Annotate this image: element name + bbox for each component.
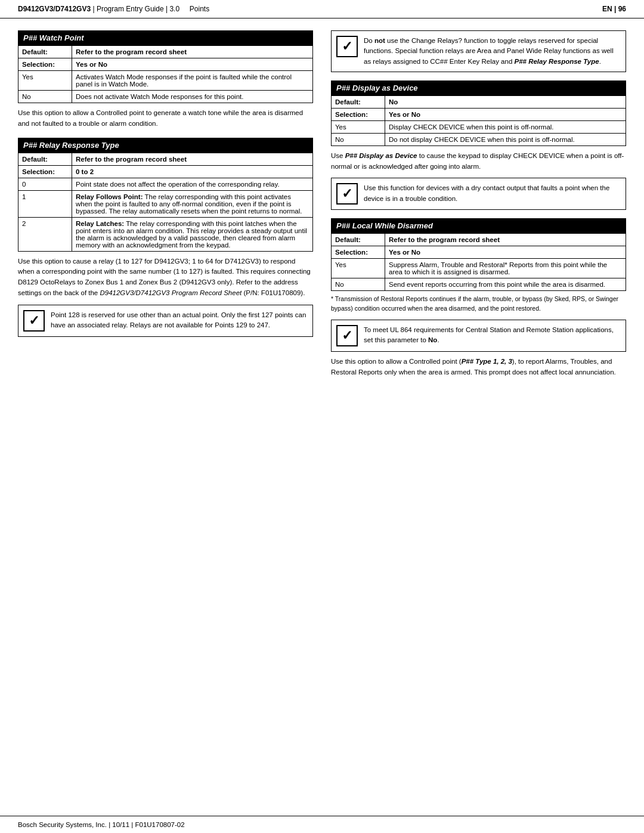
intro-note-box: Do not use the Change Relays? function t… bbox=[331, 30, 626, 72]
rr-default-label: Default: bbox=[18, 153, 72, 165]
ld-row-key-no: No bbox=[332, 278, 385, 291]
page-footer: Bosch Security Systems, Inc. | 10/11 | F… bbox=[0, 816, 644, 833]
page-header: D9412GV3/D7412GV3 | Program Entry Guide … bbox=[0, 0, 644, 18]
table-row: Yes Display CHECK DEVICE when this point… bbox=[332, 120, 626, 133]
header-model: D9412GV3/D7412GV3 bbox=[18, 5, 91, 13]
local-disarmed-note-icon bbox=[336, 325, 358, 346]
watch-point-title: P## Watch Point bbox=[18, 30, 313, 45]
dd-selection-value: Yes or No bbox=[385, 108, 626, 120]
watch-point-body: Use this option to allow a Controlled po… bbox=[18, 108, 313, 129]
ld-row-value-yes: Suppress Alarm, Trouble and Restoral* Re… bbox=[385, 259, 626, 278]
header-spaces bbox=[181, 5, 187, 13]
ld-selection-label: Selection: bbox=[332, 246, 385, 259]
header-version: 3.0 bbox=[169, 5, 179, 13]
table-row: 0 Point state does not affect the operat… bbox=[18, 178, 313, 190]
header-section: Points bbox=[190, 5, 209, 13]
header-page: 96 bbox=[618, 5, 626, 13]
table-row: Selection: Yes or No bbox=[332, 108, 626, 120]
local-disarmed-note-box: To meet UL 864 requirements for Central … bbox=[331, 320, 626, 352]
table-row: Selection: Yes or No bbox=[332, 246, 626, 259]
note-checkbox-icon bbox=[23, 310, 45, 332]
display-device-body: Use P## Display as Device to cause the k… bbox=[331, 151, 626, 172]
display-device-section: P## Display as Device Default: No Select… bbox=[331, 80, 626, 210]
ld-selection-value: Yes or No bbox=[385, 246, 626, 259]
rr-default-value: Refer to the program record sheet bbox=[72, 153, 313, 165]
local-disarmed-table: Default: Refer to the program record she… bbox=[331, 233, 626, 291]
rr-row-value-1: Relay Follows Point: The relay correspon… bbox=[72, 190, 313, 217]
table-row: Selection: Yes or No bbox=[18, 58, 313, 71]
footer-company: Bosch Security Systems, Inc. bbox=[18, 821, 107, 828]
dd-selection-label: Selection: bbox=[332, 108, 385, 120]
header-bar: | bbox=[614, 5, 618, 13]
table-row: No Do not display CHECK DEVICE when this… bbox=[332, 133, 626, 145]
relay-response-body: Use this option to cause a relay (1 to 1… bbox=[18, 256, 313, 299]
relay-response-section: P## Relay Response Type Default: Refer t… bbox=[18, 138, 313, 337]
header-guide: Program Entry Guide bbox=[97, 5, 164, 13]
display-device-note-icon bbox=[336, 183, 358, 205]
table-row: Default: Refer to the program record she… bbox=[18, 46, 313, 58]
dd-row-key-yes: Yes bbox=[332, 120, 385, 133]
default-value: Refer to the program record sheet bbox=[72, 46, 313, 58]
display-device-note-box: Use this function for devices with a dry… bbox=[331, 178, 626, 210]
table-row: No Send event reports occurring from thi… bbox=[332, 278, 626, 291]
row-key-yes: Yes bbox=[18, 71, 72, 91]
watch-point-table: Default: Refer to the program record she… bbox=[18, 45, 313, 103]
row-value-yes: Activates Watch Mode responses if the po… bbox=[72, 71, 313, 91]
table-row: 1 Relay Follows Point: The relay corresp… bbox=[18, 190, 313, 217]
selection-value: Yes or No bbox=[72, 58, 313, 71]
header-left: D9412GV3/D7412GV3 | Program Entry Guide … bbox=[18, 5, 209, 13]
dd-row-value-yes: Display CHECK DEVICE when this point is … bbox=[385, 120, 626, 133]
watch-point-section: P## Watch Point Default: Refer to the pr… bbox=[18, 30, 313, 129]
footer-date: 10/11 bbox=[112, 821, 129, 828]
footer-part: F01U170807-02 bbox=[135, 821, 184, 828]
row-value-no: Does not activate Watch Mode responses f… bbox=[72, 91, 313, 103]
rr-row-key-2: 2 bbox=[18, 217, 72, 251]
table-row: No Does not activate Watch Mode response… bbox=[18, 91, 313, 103]
dd-default-value: No bbox=[385, 95, 626, 108]
default-label: Default: bbox=[18, 46, 72, 58]
table-row: Default: No bbox=[332, 95, 626, 108]
rr-selection-label: Selection: bbox=[18, 165, 72, 178]
display-device-title: P## Display as Device bbox=[331, 80, 626, 95]
left-column: P## Watch Point Default: Refer to the pr… bbox=[18, 30, 313, 804]
dd-default-label: Default: bbox=[332, 95, 385, 108]
dd-row-key-no: No bbox=[332, 133, 385, 145]
local-disarmed-title: P## Local While Disarmed bbox=[331, 218, 626, 233]
dd-row-value-no: Do not display CHECK DEVICE when this po… bbox=[385, 133, 626, 145]
relay-response-title: P## Relay Response Type bbox=[18, 138, 313, 153]
table-row: Default: Refer to the program record she… bbox=[332, 234, 626, 246]
table-row: 2 Relay Latches: The relay corresponding… bbox=[18, 217, 313, 251]
table-row: Default: Refer to the program record she… bbox=[18, 153, 313, 165]
header-lang: EN bbox=[602, 5, 612, 13]
ld-default-label: Default: bbox=[332, 234, 385, 246]
right-column: Do not use the Change Relays? function t… bbox=[331, 30, 626, 804]
rr-row-key-0: 0 bbox=[18, 178, 72, 190]
intro-note-icon bbox=[336, 36, 358, 57]
row-key-no: No bbox=[18, 91, 72, 103]
table-row: Yes Activates Watch Mode responses if th… bbox=[18, 71, 313, 91]
relay-response-note: Point 128 is reserved for use other than… bbox=[51, 310, 308, 331]
table-row: Selection: 0 to 2 bbox=[18, 165, 313, 178]
ld-row-key-yes: Yes bbox=[332, 259, 385, 278]
relay-response-table: Default: Refer to the program record she… bbox=[18, 153, 313, 252]
page-wrapper: D9412GV3/D7412GV3 | Program Entry Guide … bbox=[0, 0, 644, 833]
ld-default-value: Refer to the program record sheet bbox=[385, 234, 626, 246]
main-content: P## Watch Point Default: Refer to the pr… bbox=[0, 18, 644, 816]
local-disarmed-body: Use this option to allow a Controlled po… bbox=[331, 357, 626, 378]
rr-selection-value: 0 to 2 bbox=[72, 165, 313, 178]
header-right: EN | 96 bbox=[602, 5, 626, 13]
ld-row-value-no: Send event reports occurring from this p… bbox=[385, 278, 626, 291]
local-disarmed-footnote: * Transmission of Restoral Reports conti… bbox=[331, 295, 626, 314]
display-device-note: Use this function for devices with a dry… bbox=[364, 183, 621, 204]
local-disarmed-section: P## Local While Disarmed Default: Refer … bbox=[331, 218, 626, 377]
intro-note-text: Do not use the Change Relays? function t… bbox=[364, 36, 621, 67]
rr-row-value-0: Point state does not affect the operatio… bbox=[72, 178, 313, 190]
selection-label: Selection: bbox=[18, 58, 72, 71]
table-row: Yes Suppress Alarm, Trouble and Restoral… bbox=[332, 259, 626, 278]
relay-response-note-box: Point 128 is reserved for use other than… bbox=[18, 305, 313, 337]
rr-row-value-2: Relay Latches: The relay corresponding w… bbox=[72, 217, 313, 251]
display-device-table: Default: No Selection: Yes or No Yes Dis… bbox=[331, 95, 626, 146]
local-disarmed-note: To meet UL 864 requirements for Central … bbox=[364, 325, 621, 346]
rr-row-key-1: 1 bbox=[18, 190, 72, 217]
